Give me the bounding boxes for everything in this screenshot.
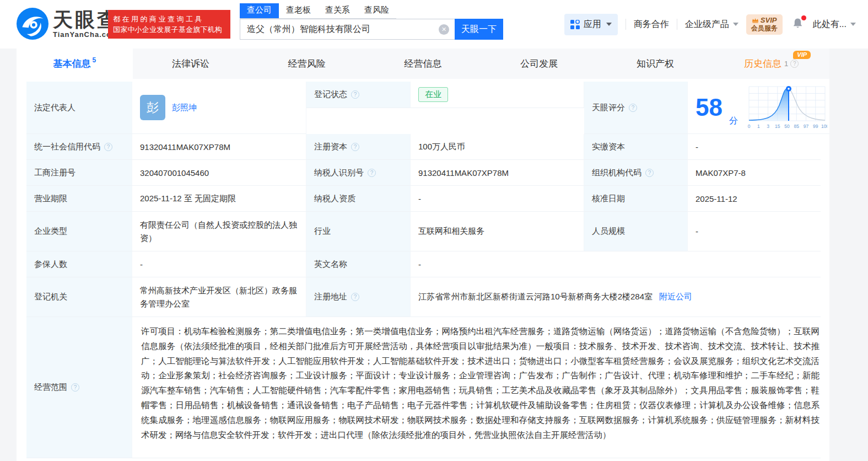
taxpayer-quality-value: - — [411, 186, 584, 212]
svg-text:3: 3 — [767, 124, 769, 129]
svg-text:97: 97 — [804, 124, 809, 129]
search-tab-boss[interactable]: 查老板 — [279, 3, 318, 18]
help-icon[interactable]: ? — [629, 104, 637, 112]
vip-badge: VIP — [793, 51, 811, 59]
clear-search-icon[interactable]: ✕ — [439, 24, 449, 35]
business-scope-label: 经营范围 ? — [26, 317, 132, 458]
score-number: 58 — [696, 95, 723, 120]
reg-authority-value: 常州高新技术产业开发区（新北区）政务服务管理办公室 — [132, 277, 306, 317]
credit-code-label: 统一社会信用代码 ? — [26, 134, 132, 160]
tab-label: 经营信息 — [405, 57, 442, 70]
tab-count-badge: 5 — [93, 56, 96, 64]
svg-text:0: 0 — [748, 124, 751, 129]
taxpayer-id-label: 纳税人识别号 ? — [306, 160, 411, 186]
tab-label: 历史信息 — [744, 57, 781, 70]
org-code-value: MAK07XP7-8 — [688, 160, 821, 186]
table-row: 法定代表人 彭 彭照坤 登记状态 ? 在业 天眼评分 ? 58 分 — [26, 82, 821, 134]
tab-operating-info[interactable]: 经营信息 — [365, 49, 481, 79]
tab-company-development[interactable]: 公司发展 — [481, 49, 597, 79]
reg-status-value: 在业 — [411, 82, 584, 108]
score-unit: 分 — [729, 115, 738, 127]
svip-label: SVIP — [761, 17, 777, 24]
divider — [626, 19, 626, 30]
basic-info-card: 法定代表人 彭 彭照坤 登记状态 ? 在业 天眼评分 ? 58 分 — [17, 79, 829, 461]
crown-icon — [752, 18, 759, 23]
score-value[interactable]: 58 分 — [688, 82, 829, 134]
tab-basic-info[interactable]: 基本信息 5 — [17, 49, 133, 79]
legal-rep-link[interactable]: 彭照坤 — [172, 103, 197, 113]
table-row: 统一社会信用代码 ? 91320411MAK07XP78M 注册资本 ? 100… — [26, 134, 821, 160]
approval-date-value: 2025-11-12 — [688, 186, 821, 212]
help-icon[interactable]: ? — [351, 90, 359, 99]
apps-grid-icon — [570, 20, 580, 29]
svg-text:99: 99 — [813, 124, 818, 129]
search-tab-risk[interactable]: 查风险 — [357, 3, 396, 18]
nearby-companies-link[interactable]: 附近公司 — [659, 292, 692, 302]
insured-count-label: 参保人数 — [26, 251, 132, 277]
search-tab-company[interactable]: 查公司 — [240, 3, 279, 18]
svg-text:100: 100 — [821, 124, 827, 129]
svg-text:50: 50 — [784, 124, 790, 129]
tab-label: 经营风险 — [288, 57, 326, 70]
table-row: 企业类型 有限责任公司（自然人投资或控股的法人独资） 行业 互联网和相关服务 人… — [26, 212, 821, 251]
paid-capital-value: - — [688, 134, 821, 160]
table-row: 参保人数 - 英文名称 - — [26, 251, 821, 277]
credit-code-value: 91320411MAK07XP78M — [132, 134, 306, 160]
avatar[interactable]: 彭 — [140, 95, 165, 120]
slogan-line2: 国家中小企业发展子基金旗下机构 — [113, 24, 225, 35]
nav-enterprise[interactable]: 企业级产品 — [685, 19, 738, 30]
tianyancha-logo-icon — [17, 8, 48, 40]
help-icon[interactable]: ? — [104, 143, 112, 151]
svip-service-label: 会员服务 — [751, 24, 778, 33]
table-row: 经营范围 ? 许可项目：机动车检验检测服务；第二类增值电信业务；第一类增值电信业… — [26, 317, 821, 458]
tab-legal-litigation[interactable]: 法律诉讼 — [133, 49, 249, 79]
approval-date-label: 核准日期 — [584, 186, 688, 212]
tab-intellectual-property[interactable]: 知识产权 — [597, 49, 714, 79]
search-tabs: 查公司 查老板 查关系 查风险 — [240, 3, 396, 19]
reg-address-label: 注册地址 ? — [306, 277, 411, 317]
reg-number-value: 320407001045460 — [132, 160, 306, 186]
search-area: 查公司 查老板 查关系 查风险 ✕ 天眼一下 — [240, 3, 503, 40]
logo[interactable]: 天眼查 TianYanCha.com — [17, 8, 119, 40]
help-icon[interactable]: ? — [645, 169, 654, 177]
search-button[interactable]: 天眼一下 — [455, 19, 503, 40]
industry-value: 互联网和相关服务 — [411, 212, 584, 251]
search-tab-relation[interactable]: 查关系 — [318, 3, 357, 18]
svg-text:1: 1 — [757, 124, 760, 129]
svip-member-button[interactable]: SVIP 会员服务 — [746, 14, 783, 35]
help-icon[interactable]: ? — [71, 383, 79, 392]
user-menu[interactable]: 此处有... — [813, 19, 856, 30]
search-input[interactable] — [247, 24, 429, 34]
staff-size-value: - — [688, 212, 821, 251]
tab-history-info[interactable]: VIP 历史信息 1 ? — [713, 49, 829, 79]
english-name-value: - — [411, 251, 821, 277]
apps-menu[interactable]: 应用 — [564, 14, 618, 35]
reg-authority-label: 登记机关 — [26, 277, 132, 317]
help-icon[interactable]: ? — [351, 143, 359, 151]
business-term-value: 2025-11-12 至 无固定期限 — [132, 186, 306, 212]
tab-operating-risk[interactable]: 经营风险 — [249, 49, 365, 79]
business-term-label: 营业期限 — [26, 186, 132, 212]
business-scope-value: 许可项目：机动车检验检测服务；第二类增值电信业务；第一类增值电信业务；网络预约出… — [132, 317, 821, 458]
help-icon[interactable]: ? — [790, 60, 799, 68]
legal-rep-value: 彭 彭照坤 — [132, 82, 306, 134]
paid-capital-label: 实缴资本 — [584, 134, 688, 160]
user-name: 此处有... — [813, 19, 847, 30]
help-icon[interactable]: ? — [368, 169, 376, 177]
taxpayer-quality-label: 纳税人资质 — [306, 186, 411, 212]
reg-capital-label: 注册资本 ? — [306, 134, 411, 160]
chevron-down-icon — [606, 23, 612, 26]
reg-capital-value: 100万人民币 — [411, 134, 584, 160]
legal-rep-label: 法定代表人 — [26, 82, 132, 134]
divider — [677, 19, 677, 30]
reg-address-value: 江苏省常州市新北区新桥街道云河路10号新桥商务大楼2楼284室 附近公司 — [411, 277, 821, 317]
section-tabs: 基本信息 5 法律诉讼 经营风险 经营信息 公司发展 知识产权 VIP 历史信息… — [17, 49, 829, 79]
chevron-down-icon — [850, 23, 856, 26]
nav-cooperation[interactable]: 商务合作 — [634, 19, 669, 30]
apps-label: 应用 — [584, 19, 601, 30]
top-nav: 应用 商务合作 企业级产品 SVIP 会员服务 — [564, 12, 856, 36]
notifications-button[interactable] — [790, 17, 805, 33]
help-icon[interactable]: ? — [351, 293, 359, 301]
tab-count-badge: 1 — [784, 60, 788, 68]
staff-size-label: 人员规模 — [584, 212, 688, 251]
